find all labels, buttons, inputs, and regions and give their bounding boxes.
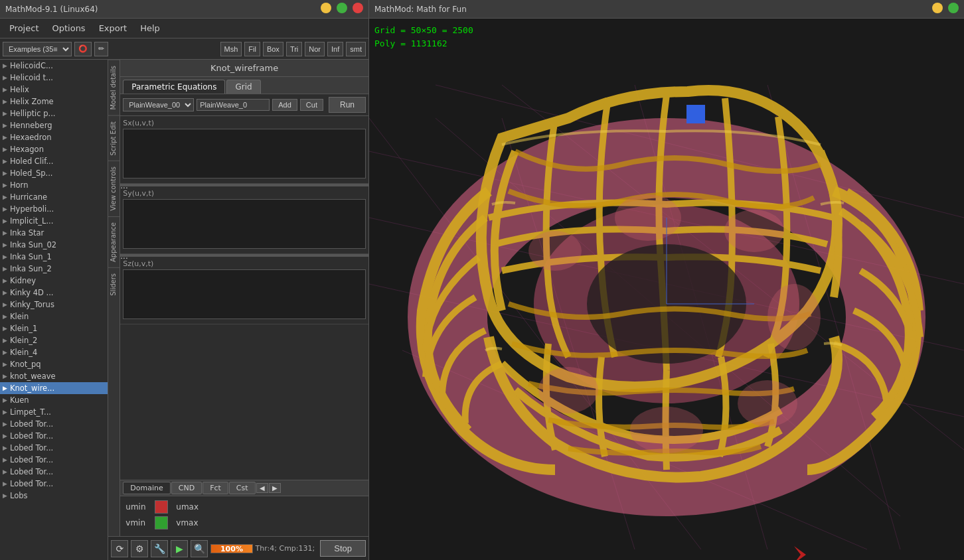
list-item[interactable]: ▶Klein_1 [0, 322, 108, 334]
vtab-sliders[interactable]: Sliders [108, 267, 120, 301]
umax-label: umax [176, 502, 202, 512]
domain-section: umin umax vmin vmax [120, 496, 368, 536]
menu-options[interactable]: Options [45, 21, 92, 36]
status-icon-3[interactable]: 🔧 [151, 540, 168, 557]
close-button[interactable] [353, 3, 363, 13]
icon-button-2[interactable]: ✏ [94, 42, 108, 56]
icon-button-1[interactable]: ⭕ [74, 42, 92, 56]
list-item[interactable]: ▶Limpet_T... [0, 406, 108, 418]
examples-dropdown[interactable]: Examples (35≡ [3, 42, 72, 56]
toolbar-nor[interactable]: Nor [305, 42, 325, 56]
status-icon-2[interactable]: ⚙ [131, 540, 148, 557]
list-item[interactable]: ▶Klein_4 [0, 346, 108, 358]
param-tabs: Parametric Equations Grid [120, 77, 368, 94]
list-item[interactable]: ▶Hyperboli... [0, 203, 108, 215]
vtab-appearance[interactable]: Appearance [108, 216, 120, 267]
umin-color-button[interactable] [155, 500, 168, 514]
list-item[interactable]: ▶Inka Sun_1 [0, 251, 108, 263]
stop-button[interactable]: Stop [320, 540, 366, 557]
list-item[interactable]: ▶Lobed Tor... [0, 466, 108, 478]
list-item[interactable]: ▶Holed Clif... [0, 155, 108, 167]
list-item[interactable]: ▶Klein [0, 311, 108, 322]
list-item-horn[interactable]: ▶Horn [0, 179, 108, 191]
right-minimize-button[interactable] [932, 3, 943, 13]
eq-input-sy[interactable] [123, 199, 366, 249]
menu-project[interactable]: Project [3, 21, 45, 36]
toolbar-smt[interactable]: smt [346, 42, 366, 56]
tab-grid[interactable]: Grid [226, 80, 260, 94]
grid-line: Grid = 50×50 = 2500 [374, 24, 473, 37]
eq-input-sz[interactable] [123, 269, 366, 319]
vtab-script-edit[interactable]: Script Edit [108, 115, 120, 161]
list-item[interactable]: ▶HelicoidC... [0, 60, 108, 72]
btab-domaine[interactable]: Domaine [123, 482, 170, 494]
vtab-model-details[interactable]: Model details [108, 60, 120, 115]
list-item[interactable]: ▶Lobed Tor... [0, 442, 108, 454]
play-button[interactable]: ▶ [171, 540, 188, 557]
list-item[interactable]: ▶Lobed Tor... [0, 418, 108, 430]
toolbar-box[interactable]: Box [263, 42, 283, 56]
list-item[interactable]: ▶Knot_pq [0, 358, 108, 370]
list-item-hurricane[interactable]: ▶Hurricane [0, 191, 108, 203]
viewport[interactable]: Grid = 50×50 = 2500 Poly = 1131162 [369, 19, 964, 560]
domain-row-v: vmin vmax [125, 516, 363, 529]
list-item[interactable]: ▶Helliptic p... [0, 107, 108, 119]
list-item[interactable]: ▶Helicoid t... [0, 72, 108, 84]
svg-point-15 [528, 231, 582, 271]
right-maximize-button[interactable] [948, 3, 959, 13]
status-bar: ⟳ ⚙ 🔧 ▶ 🔍 100% Thr:4; Cmp:131; Stop [108, 536, 368, 560]
right-title-text: MathMod: Math for Fun [374, 5, 467, 14]
formula-name-input[interactable] [197, 99, 270, 111]
list-item[interactable]: ▶Holed_Sp... [0, 167, 108, 179]
editor-title: Knot_wireframe [120, 60, 368, 77]
list-item[interactable]: ▶knot_weave [0, 370, 108, 382]
list-item[interactable]: ▶Implicit_L... [0, 215, 108, 227]
toolbar-fil[interactable]: Fil [244, 42, 260, 56]
list-item[interactable]: ▶Kinky_Torus [0, 299, 108, 311]
btab-cst[interactable]: Cst [229, 482, 256, 494]
list-item[interactable]: ▶Kuen [0, 394, 108, 406]
btab-next[interactable]: ▶ [269, 483, 281, 493]
btab-fct[interactable]: Fct [202, 482, 228, 494]
list-item[interactable]: ▶Inka Sun_02 [0, 239, 108, 251]
knot-visualization: Y [369, 19, 964, 560]
list-item[interactable]: ▶Lobed Tor... [0, 430, 108, 442]
list-item[interactable]: ▶Helix Zome [0, 96, 108, 107]
list-item[interactable]: ▶Hexaedron [0, 131, 108, 143]
list-item[interactable]: ▶Inka Star [0, 227, 108, 239]
toolbar-inf[interactable]: Inf [327, 42, 343, 56]
poly-line: Poly = 1131162 [374, 37, 473, 50]
list-item[interactable]: ▶Lobs [0, 490, 108, 502]
eq-input-sx[interactable] [123, 129, 366, 178]
toolbar-msh[interactable]: Msh [220, 42, 242, 56]
cut-button[interactable]: Cut [300, 99, 323, 111]
left-panel: MathMod-9.1 (Linux64) Project Options Ex… [0, 0, 369, 560]
btab-prev[interactable]: ◀ [256, 483, 268, 493]
run-button[interactable]: Run [329, 97, 366, 113]
toolbar-tri[interactable]: Tri [286, 42, 302, 56]
zoom-button[interactable]: 🔍 [191, 540, 208, 557]
list-item[interactable]: ▶Lobed Tor... [0, 454, 108, 466]
menu-export[interactable]: Export [92, 21, 134, 36]
list-item[interactable]: ▶Klein_2 [0, 334, 108, 346]
vmin-color-button[interactable] [155, 516, 168, 529]
minimize-button[interactable] [321, 3, 331, 13]
add-button[interactable]: Add [272, 99, 297, 111]
list-item[interactable]: ▶Hexagon [0, 143, 108, 155]
formula-dropdown[interactable]: PlainWeave_00 [123, 98, 194, 111]
svg-point-19 [538, 367, 598, 413]
tab-parametric[interactable]: Parametric Equations [123, 80, 225, 94]
list-item[interactable]: ▶Helix [0, 84, 108, 96]
list-item[interactable]: ▶Kinky 4D ... [0, 287, 108, 299]
status-icon-1[interactable]: ⟳ [111, 540, 128, 557]
list-item[interactable]: ▶Lobed Tor... [0, 478, 108, 490]
btab-cnd[interactable]: CND [171, 482, 202, 494]
list-item[interactable]: ▶Kidney [0, 275, 108, 287]
vtab-view-controls[interactable]: View controls [108, 161, 120, 216]
maximize-button[interactable] [337, 3, 347, 13]
umin-label: umin [125, 502, 152, 512]
list-item-knot-wireframe[interactable]: ▶Knot_wire... [0, 382, 108, 394]
list-item[interactable]: ▶Inka Sun_2 [0, 263, 108, 275]
menu-help[interactable]: Help [133, 21, 167, 36]
list-item[interactable]: ▶Henneberg [0, 119, 108, 131]
